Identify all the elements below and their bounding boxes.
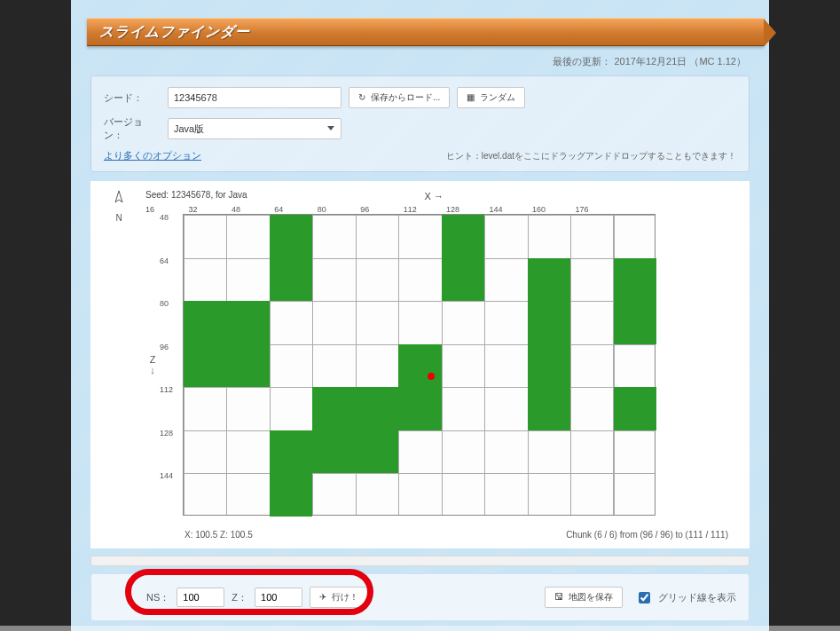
random-button-label: ランダム (480, 91, 515, 104)
page-title: スライムファインダー (99, 23, 250, 42)
slime-chunk (528, 387, 570, 430)
z-axis-ticks: 48648096112128144 (160, 214, 183, 516)
grid-lines-checkbox[interactable] (639, 592, 650, 603)
save-button-label: 地図を保存 (569, 591, 613, 603)
slime-chunk (442, 215, 484, 258)
slime-chunk (270, 430, 312, 474)
x-tick: 144 (490, 205, 532, 214)
slime-chunk (312, 430, 355, 474)
go-icon: ✈ (319, 593, 326, 602)
reload-icon: ↻ (358, 93, 365, 102)
slime-chunk (270, 258, 312, 302)
more-options-link[interactable]: より多くのオプション (104, 149, 201, 162)
slime-chunk (226, 344, 269, 388)
x-tick: 96 (360, 205, 403, 214)
slime-chunk (614, 258, 656, 302)
version-select[interactable]: Java版 (168, 118, 341, 139)
slime-chunk (270, 215, 312, 258)
x-tick: 80 (318, 205, 360, 214)
x-tick: 160 (532, 205, 575, 214)
slime-chunk (398, 387, 441, 430)
slime-chunk (528, 301, 570, 344)
slime-chunk (184, 344, 226, 388)
x-tick: 48 (232, 205, 274, 214)
y-tick: 128 (160, 430, 183, 473)
load-button-label: 保存からロード... (371, 91, 440, 104)
player-marker (428, 373, 435, 380)
y-tick: 96 (160, 343, 183, 387)
seed-input[interactable] (168, 87, 341, 108)
slime-chunk (528, 258, 570, 302)
go-button[interactable]: ✈ 行け！ (310, 587, 368, 608)
y-tick: 64 (160, 257, 183, 301)
slime-chunk (356, 430, 398, 474)
x-tick: 176 (575, 205, 617, 214)
title-ribbon: スライムファインダー (71, 18, 769, 50)
ns-label: NS： (146, 591, 169, 604)
slime-chunk (398, 344, 441, 388)
seed-label: シード： (104, 91, 161, 105)
save-icon: 🖫 (554, 593, 563, 602)
load-from-save-button[interactable]: ↻ 保存からロード... (349, 87, 450, 108)
x-tick: 112 (404, 205, 446, 214)
compass-icon: N (106, 190, 131, 223)
slime-chunk (614, 301, 656, 344)
zoom-slider[interactable] (90, 556, 750, 566)
z-axis-label: Z ↓ (145, 214, 160, 516)
ns-input[interactable] (177, 588, 224, 607)
slime-chunk (270, 473, 312, 517)
x-axis-ticks: 163248648096112128144160176 (145, 201, 734, 214)
cursor-coords: X: 100.5 Z: 100.5 (184, 530, 253, 540)
x-tick: 64 (274, 205, 317, 214)
y-tick: 144 (160, 472, 183, 516)
z-label: Z： (232, 591, 247, 604)
random-button[interactable]: ▦ ランダム (457, 87, 525, 108)
map-card: N Seed: 12345678, for Java X → 163248648… (90, 181, 750, 548)
y-tick: 112 (160, 386, 183, 430)
save-map-button[interactable]: 🖫 地図を保存 (545, 587, 623, 608)
x-tick: 32 (188, 205, 231, 214)
y-tick: 80 (160, 300, 183, 343)
slime-chunk (312, 387, 355, 430)
x-axis-label: X → (425, 191, 444, 201)
chunk-grid[interactable] (183, 214, 656, 516)
seed-form-card: シード： ↻ 保存からロード... ▦ ランダム バージョン： Java版 より… (90, 75, 750, 172)
x-tick: 128 (446, 205, 489, 214)
map-seed-line: Seed: 12345678, for Java (145, 190, 247, 200)
slime-chunk (442, 258, 484, 302)
slime-chunk (528, 344, 570, 388)
version-label: バージョン： (104, 115, 161, 142)
last-updated: 最後の更新： 2017年12月21日 （MC 1.12） (71, 50, 769, 75)
chunk-info: Chunk (6 / 6) from (96 / 96) to (111 / 1… (566, 530, 728, 540)
go-button-label: 行け！ (332, 591, 358, 603)
grid-lines-toggle[interactable]: グリッド線を表示 (635, 589, 736, 606)
slime-chunk (226, 301, 269, 344)
slime-chunk (184, 301, 226, 344)
slime-chunk (356, 387, 398, 430)
grid-lines-label: グリッド線を表示 (658, 591, 736, 604)
bottom-toolbar: NS： Z： ✈ 行け！ 🖫 地図を保存 グリッド線を表示 (90, 573, 750, 621)
drag-drop-hint: ヒント：level.datをここにドラッグアンドドロップすることもできます！ (446, 150, 736, 162)
y-tick: 48 (160, 214, 183, 257)
z-input[interactable] (255, 588, 302, 607)
random-icon: ▦ (467, 93, 475, 102)
slime-chunk (614, 387, 656, 430)
